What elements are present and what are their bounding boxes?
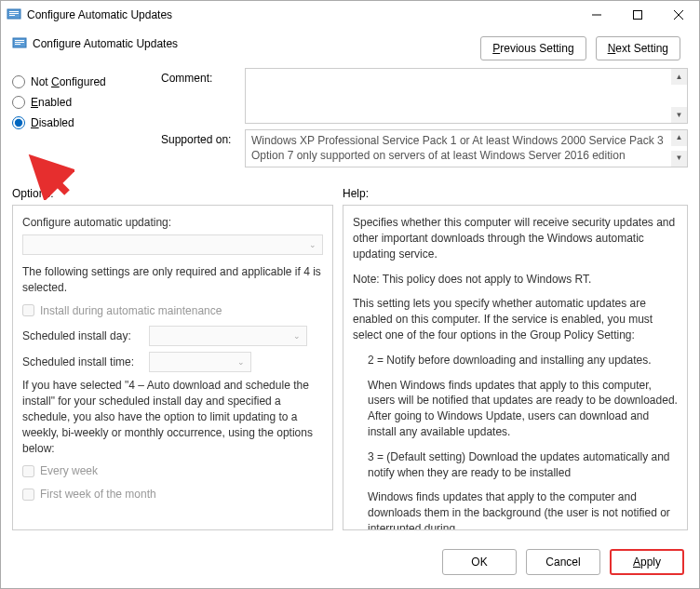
window-controls — [576, 1, 699, 29]
help-panel: Specifies whether this computer will rec… — [343, 205, 688, 530]
help-paragraph: This setting lets you specify whether au… — [353, 296, 678, 342]
options-note: The following settings are only required… — [22, 264, 323, 296]
previous-setting-button[interactable]: Previous Setting — [480, 36, 586, 60]
help-paragraph: When Windows finds updates that apply to… — [353, 378, 678, 440]
every-week-checkbox[interactable]: Every week — [22, 463, 323, 479]
radio-not-configured-input[interactable] — [12, 75, 25, 88]
supported-on-text: Windows XP Professional Service Pack 1 o… — [245, 129, 688, 167]
svg-rect-5 — [634, 11, 642, 20]
configure-updating-label: Configure automatic updating: — [22, 215, 323, 231]
help-paragraph: 2 = Notify before downloading and instal… — [353, 353, 678, 368]
sched-day-combo[interactable]: ⌄ — [149, 326, 307, 346]
install-maintenance-checkbox[interactable]: Install during automatic maintenance — [22, 303, 323, 319]
sched-time-combo[interactable]: ⌄ — [149, 352, 251, 372]
app-icon — [7, 7, 21, 22]
schedule-note: If you have selected "4 – Auto download … — [22, 378, 323, 456]
first-week-checkbox[interactable]: First week of the month — [22, 487, 323, 502]
radio-not-configured[interactable]: Not Configured — [12, 75, 142, 88]
svg-rect-9 — [15, 40, 24, 41]
titlebar: Configure Automatic Updates — [1, 1, 699, 29]
scroll-up-icon[interactable]: ▲ — [671, 69, 687, 85]
sched-time-label: Scheduled install time: — [22, 355, 143, 370]
supported-label: Supported on: — [161, 129, 236, 167]
window-title: Configure Automatic Updates — [27, 8, 576, 21]
minimize-button[interactable] — [576, 1, 617, 29]
ok-button[interactable]: OK — [442, 549, 517, 575]
configure-updating-combo[interactable]: ⌄ — [22, 234, 323, 255]
scroll-down-icon[interactable]: ▼ — [671, 151, 687, 167]
footer: OK Cancel Apply — [1, 540, 699, 588]
svg-line-13 — [39, 165, 67, 193]
help-paragraph: Note: This policy does not apply to Wind… — [353, 272, 678, 288]
annotation-arrow — [28, 154, 74, 203]
sched-day-label: Scheduled install day: — [22, 328, 143, 344]
panels: Configure automatic updating: ⌄ The foll… — [1, 205, 699, 540]
radio-disabled[interactable]: Disabled — [12, 116, 142, 129]
cancel-button[interactable]: Cancel — [526, 549, 600, 575]
close-button[interactable] — [658, 1, 699, 29]
radio-disabled-input[interactable] — [12, 116, 25, 129]
help-paragraph: Windows finds updates that apply to the … — [353, 489, 678, 530]
next-setting-button[interactable]: Next Setting — [596, 36, 680, 60]
help-paragraph: 3 = (Default setting) Download the updat… — [353, 449, 678, 481]
help-label: Help: — [343, 187, 369, 200]
svg-rect-1 — [9, 11, 19, 12]
header-row: Configure Automatic Updates Previous Set… — [1, 29, 699, 68]
scroll-up-icon[interactable]: ▲ — [671, 130, 687, 146]
options-panel: Configure automatic updating: ⌄ The foll… — [12, 205, 333, 530]
svg-rect-10 — [15, 42, 24, 43]
scroll-down-icon[interactable]: ▼ — [671, 107, 687, 123]
maximize-button[interactable] — [617, 1, 658, 29]
svg-rect-2 — [9, 13, 19, 14]
radio-enabled-input[interactable] — [12, 96, 25, 109]
comment-label: Comment: — [161, 68, 236, 124]
svg-rect-11 — [15, 44, 20, 45]
radio-enabled[interactable]: Enabled — [12, 96, 142, 109]
svg-rect-3 — [9, 15, 15, 16]
apply-button[interactable]: Apply — [610, 549, 684, 575]
help-paragraph: Specifies whether this computer will rec… — [353, 215, 678, 261]
comment-textarea[interactable]: ▲ ▼ — [245, 68, 688, 124]
policy-title: Configure Automatic Updates — [33, 37, 178, 50]
settings-row: Not Configured Enabled Disabled Comment:… — [1, 68, 699, 178]
policy-icon — [12, 36, 27, 51]
panels-header: Options: Help: — [1, 178, 699, 205]
